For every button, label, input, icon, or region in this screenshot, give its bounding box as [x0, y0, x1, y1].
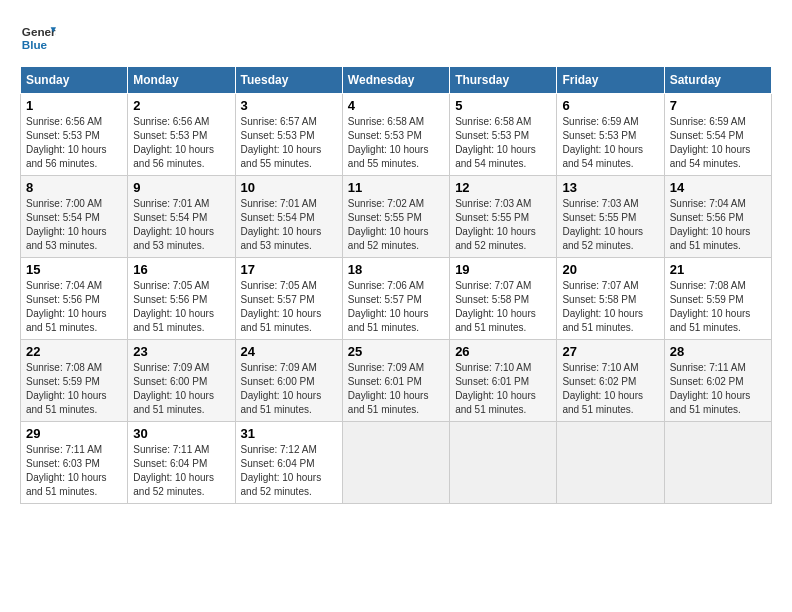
- week-row-3: 15 Sunrise: 7:04 AM Sunset: 5:56 PM Dayl…: [21, 258, 772, 340]
- day-detail: Sunrise: 7:12 AM Sunset: 6:04 PM Dayligh…: [241, 443, 337, 499]
- day-detail: Sunrise: 7:03 AM Sunset: 5:55 PM Dayligh…: [562, 197, 658, 253]
- day-number: 27: [562, 344, 658, 359]
- day-number: 16: [133, 262, 229, 277]
- day-number: 4: [348, 98, 444, 113]
- calendar-cell: [557, 422, 664, 504]
- logo-icon: General Blue: [20, 20, 56, 56]
- calendar-cell: 23 Sunrise: 7:09 AM Sunset: 6:00 PM Dayl…: [128, 340, 235, 422]
- day-detail: Sunrise: 7:04 AM Sunset: 5:56 PM Dayligh…: [26, 279, 122, 335]
- day-number: 24: [241, 344, 337, 359]
- day-detail: Sunrise: 7:11 AM Sunset: 6:04 PM Dayligh…: [133, 443, 229, 499]
- calendar-cell: 29 Sunrise: 7:11 AM Sunset: 6:03 PM Dayl…: [21, 422, 128, 504]
- svg-text:Blue: Blue: [22, 38, 48, 51]
- calendar-cell: 21 Sunrise: 7:08 AM Sunset: 5:59 PM Dayl…: [664, 258, 771, 340]
- day-detail: Sunrise: 6:58 AM Sunset: 5:53 PM Dayligh…: [455, 115, 551, 171]
- day-detail: Sunrise: 7:00 AM Sunset: 5:54 PM Dayligh…: [26, 197, 122, 253]
- weekday-header-saturday: Saturday: [664, 67, 771, 94]
- weekday-header-wednesday: Wednesday: [342, 67, 449, 94]
- day-number: 31: [241, 426, 337, 441]
- day-detail: Sunrise: 7:02 AM Sunset: 5:55 PM Dayligh…: [348, 197, 444, 253]
- logo: General Blue: [20, 20, 56, 56]
- day-detail: Sunrise: 6:59 AM Sunset: 5:54 PM Dayligh…: [670, 115, 766, 171]
- day-number: 8: [26, 180, 122, 195]
- calendar-cell: 18 Sunrise: 7:06 AM Sunset: 5:57 PM Dayl…: [342, 258, 449, 340]
- day-number: 5: [455, 98, 551, 113]
- day-number: 22: [26, 344, 122, 359]
- week-row-4: 22 Sunrise: 7:08 AM Sunset: 5:59 PM Dayl…: [21, 340, 772, 422]
- day-detail: Sunrise: 7:01 AM Sunset: 5:54 PM Dayligh…: [133, 197, 229, 253]
- day-number: 30: [133, 426, 229, 441]
- calendar-cell: 20 Sunrise: 7:07 AM Sunset: 5:58 PM Dayl…: [557, 258, 664, 340]
- day-number: 25: [348, 344, 444, 359]
- calendar-cell: 6 Sunrise: 6:59 AM Sunset: 5:53 PM Dayli…: [557, 94, 664, 176]
- svg-text:General: General: [22, 25, 56, 38]
- weekday-header-thursday: Thursday: [450, 67, 557, 94]
- calendar-cell: 4 Sunrise: 6:58 AM Sunset: 5:53 PM Dayli…: [342, 94, 449, 176]
- calendar-cell: 16 Sunrise: 7:05 AM Sunset: 5:56 PM Dayl…: [128, 258, 235, 340]
- day-detail: Sunrise: 7:01 AM Sunset: 5:54 PM Dayligh…: [241, 197, 337, 253]
- day-number: 20: [562, 262, 658, 277]
- calendar-cell: 22 Sunrise: 7:08 AM Sunset: 5:59 PM Dayl…: [21, 340, 128, 422]
- header: General Blue: [20, 20, 772, 56]
- calendar-cell: 1 Sunrise: 6:56 AM Sunset: 5:53 PM Dayli…: [21, 94, 128, 176]
- calendar-cell: 10 Sunrise: 7:01 AM Sunset: 5:54 PM Dayl…: [235, 176, 342, 258]
- calendar-cell: 25 Sunrise: 7:09 AM Sunset: 6:01 PM Dayl…: [342, 340, 449, 422]
- weekday-header-sunday: Sunday: [21, 67, 128, 94]
- weekday-header-monday: Monday: [128, 67, 235, 94]
- day-detail: Sunrise: 6:58 AM Sunset: 5:53 PM Dayligh…: [348, 115, 444, 171]
- week-row-1: 1 Sunrise: 6:56 AM Sunset: 5:53 PM Dayli…: [21, 94, 772, 176]
- day-detail: Sunrise: 7:07 AM Sunset: 5:58 PM Dayligh…: [562, 279, 658, 335]
- calendar-cell: 2 Sunrise: 6:56 AM Sunset: 5:53 PM Dayli…: [128, 94, 235, 176]
- calendar-cell: 9 Sunrise: 7:01 AM Sunset: 5:54 PM Dayli…: [128, 176, 235, 258]
- calendar-cell: 27 Sunrise: 7:10 AM Sunset: 6:02 PM Dayl…: [557, 340, 664, 422]
- day-number: 11: [348, 180, 444, 195]
- day-detail: Sunrise: 7:08 AM Sunset: 5:59 PM Dayligh…: [670, 279, 766, 335]
- calendar-cell: [664, 422, 771, 504]
- day-detail: Sunrise: 6:59 AM Sunset: 5:53 PM Dayligh…: [562, 115, 658, 171]
- day-number: 18: [348, 262, 444, 277]
- calendar-cell: 7 Sunrise: 6:59 AM Sunset: 5:54 PM Dayli…: [664, 94, 771, 176]
- calendar-cell: 11 Sunrise: 7:02 AM Sunset: 5:55 PM Dayl…: [342, 176, 449, 258]
- day-number: 23: [133, 344, 229, 359]
- day-number: 21: [670, 262, 766, 277]
- day-detail: Sunrise: 7:04 AM Sunset: 5:56 PM Dayligh…: [670, 197, 766, 253]
- day-detail: Sunrise: 7:03 AM Sunset: 5:55 PM Dayligh…: [455, 197, 551, 253]
- day-number: 12: [455, 180, 551, 195]
- calendar-cell: 28 Sunrise: 7:11 AM Sunset: 6:02 PM Dayl…: [664, 340, 771, 422]
- day-number: 9: [133, 180, 229, 195]
- day-detail: Sunrise: 7:05 AM Sunset: 5:57 PM Dayligh…: [241, 279, 337, 335]
- week-row-2: 8 Sunrise: 7:00 AM Sunset: 5:54 PM Dayli…: [21, 176, 772, 258]
- weekday-header-friday: Friday: [557, 67, 664, 94]
- day-detail: Sunrise: 7:05 AM Sunset: 5:56 PM Dayligh…: [133, 279, 229, 335]
- day-number: 10: [241, 180, 337, 195]
- calendar-table: SundayMondayTuesdayWednesdayThursdayFrid…: [20, 66, 772, 504]
- day-number: 7: [670, 98, 766, 113]
- day-number: 26: [455, 344, 551, 359]
- day-number: 1: [26, 98, 122, 113]
- day-detail: Sunrise: 7:06 AM Sunset: 5:57 PM Dayligh…: [348, 279, 444, 335]
- day-number: 6: [562, 98, 658, 113]
- day-number: 28: [670, 344, 766, 359]
- day-detail: Sunrise: 7:09 AM Sunset: 6:01 PM Dayligh…: [348, 361, 444, 417]
- calendar-cell: 19 Sunrise: 7:07 AM Sunset: 5:58 PM Dayl…: [450, 258, 557, 340]
- day-detail: Sunrise: 7:07 AM Sunset: 5:58 PM Dayligh…: [455, 279, 551, 335]
- day-detail: Sunrise: 6:56 AM Sunset: 5:53 PM Dayligh…: [133, 115, 229, 171]
- calendar-cell: 14 Sunrise: 7:04 AM Sunset: 5:56 PM Dayl…: [664, 176, 771, 258]
- day-detail: Sunrise: 7:11 AM Sunset: 6:03 PM Dayligh…: [26, 443, 122, 499]
- calendar-cell: 30 Sunrise: 7:11 AM Sunset: 6:04 PM Dayl…: [128, 422, 235, 504]
- day-detail: Sunrise: 6:57 AM Sunset: 5:53 PM Dayligh…: [241, 115, 337, 171]
- day-detail: Sunrise: 7:10 AM Sunset: 6:01 PM Dayligh…: [455, 361, 551, 417]
- calendar-cell: 26 Sunrise: 7:10 AM Sunset: 6:01 PM Dayl…: [450, 340, 557, 422]
- calendar-cell: 24 Sunrise: 7:09 AM Sunset: 6:00 PM Dayl…: [235, 340, 342, 422]
- calendar-cell: 31 Sunrise: 7:12 AM Sunset: 6:04 PM Dayl…: [235, 422, 342, 504]
- calendar-cell: [342, 422, 449, 504]
- day-detail: Sunrise: 7:09 AM Sunset: 6:00 PM Dayligh…: [133, 361, 229, 417]
- calendar-cell: 17 Sunrise: 7:05 AM Sunset: 5:57 PM Dayl…: [235, 258, 342, 340]
- day-number: 29: [26, 426, 122, 441]
- day-detail: Sunrise: 7:11 AM Sunset: 6:02 PM Dayligh…: [670, 361, 766, 417]
- calendar-cell: 8 Sunrise: 7:00 AM Sunset: 5:54 PM Dayli…: [21, 176, 128, 258]
- weekday-header-tuesday: Tuesday: [235, 67, 342, 94]
- day-detail: Sunrise: 6:56 AM Sunset: 5:53 PM Dayligh…: [26, 115, 122, 171]
- day-number: 2: [133, 98, 229, 113]
- calendar-cell: [450, 422, 557, 504]
